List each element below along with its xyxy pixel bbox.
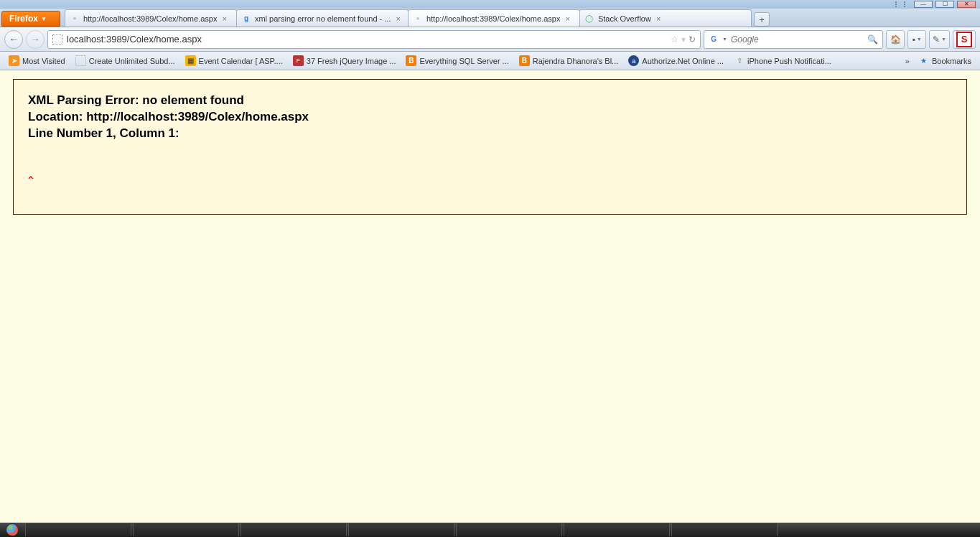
windows-orb-icon	[6, 523, 19, 536]
minimize-button[interactable]: —	[914, 1, 933, 8]
bookmark-item[interactable]: ▦ Event Calendar [ ASP....	[181, 54, 287, 67]
error-line-2: Location: http://localhost:3989/Colex/ho…	[28, 109, 952, 126]
taskbar-item[interactable]	[456, 523, 562, 536]
new-tab-button[interactable]: +	[754, 12, 770, 27]
feed-icon: ➤	[9, 55, 19, 66]
page-icon	[75, 55, 86, 66]
calendar-icon: ▦	[185, 55, 196, 66]
error-message: XML Parsing Error: no element found Loca…	[28, 93, 952, 142]
chevron-down-icon: ▼	[41, 16, 47, 22]
tab-2[interactable]: ▫ http://localhost:3989/Colex/home.aspx …	[408, 9, 580, 27]
bookmark-label: 37 Fresh jQuery Image ...	[307, 57, 396, 65]
bookmark-item[interactable]: B Rajendra Dhanora's Bl...	[515, 54, 623, 67]
bookmark-item[interactable]: ⇪ iPhone Push Notificati...	[729, 54, 836, 67]
tab-close-icon[interactable]: ×	[564, 14, 571, 23]
star-icon: ★	[918, 55, 929, 66]
stackoverflow-icon: ◯	[584, 14, 594, 24]
firefox-menu-button[interactable]: Firefox ▼	[1, 11, 60, 27]
tab-label: Stack Overflow	[598, 14, 651, 23]
toolbar-button-s[interactable]: S	[953, 30, 976, 49]
xml-error-box: XML Parsing Error: no element found Loca…	[13, 79, 967, 215]
google-icon: g	[241, 14, 251, 24]
bookmark-label: iPhone Push Notificati...	[747, 57, 831, 65]
reload-icon[interactable]: ↻	[689, 34, 696, 45]
bookmark-label: Authorize.Net Online ...	[642, 57, 724, 65]
site-icon: F	[293, 55, 304, 66]
navigation-toolbar: ← → ☆ ▾ ↻ G ▼ 🔍 🏠 ▪▼ ✎▼ S	[0, 27, 980, 52]
push-icon: ⇪	[734, 55, 745, 66]
search-bar[interactable]: G ▼ 🔍	[704, 30, 883, 49]
blogger-icon: B	[406, 55, 416, 66]
search-icon[interactable]: 🔍	[867, 34, 878, 45]
bookmark-item[interactable]: B Everything SQL Server ...	[401, 54, 513, 67]
url-bar[interactable]: ☆ ▾ ↻	[47, 30, 701, 49]
tab-close-icon[interactable]: ×	[220, 14, 228, 23]
url-bar-controls: ☆ ▾ ↻	[671, 34, 696, 45]
page-icon: ▫	[413, 14, 423, 24]
site-favicon	[52, 34, 62, 45]
tab-bar: Firefox ▼ ▫ http://localhost:3989/Colex/…	[0, 9, 980, 27]
windows-taskbar[interactable]	[0, 523, 980, 537]
toolbar-button-2[interactable]: ✎▼	[929, 30, 950, 49]
window-titlebar: — ☐ ✕	[0, 0, 980, 9]
bookmark-item[interactable]: F 37 Fresh jQuery Image ...	[289, 54, 401, 67]
search-input[interactable]	[731, 34, 864, 45]
bookmark-item[interactable]: Create Unlimited Subd...	[71, 54, 179, 67]
bookmark-most-visited[interactable]: ➤ Most Visited	[4, 54, 70, 67]
error-caret: ^	[28, 174, 952, 185]
tab-label: xml parsing error no element found - ...	[255, 14, 391, 23]
bookmarks-menu-button[interactable]: ★ Bookmarks	[914, 54, 976, 67]
taskbar-item[interactable]	[671, 523, 778, 536]
tab-label: http://localhost:3989/Colex/home.aspx	[83, 14, 218, 23]
bookmark-label: Most Visited	[22, 57, 65, 65]
taskbar-item[interactable]	[25, 523, 131, 536]
bookmarks-menu-label: Bookmarks	[932, 57, 971, 65]
tab-1[interactable]: g xml parsing error no element found - .…	[236, 9, 409, 27]
taskbar-item[interactable]	[564, 523, 670, 536]
window-close-button[interactable]: ✕	[957, 1, 976, 8]
window-drag-handle[interactable]	[895, 1, 905, 7]
forward-button[interactable]: →	[26, 30, 45, 49]
error-line-3: Line Number 1, Column 1:	[28, 126, 952, 142]
page-content: XML Parsing Error: no element found Loca…	[0, 70, 980, 523]
bookmark-label: Rajendra Dhanora's Bl...	[533, 57, 619, 65]
bookmarks-overflow-icon[interactable]: »	[902, 57, 913, 65]
page-icon: ▫	[70, 14, 80, 24]
tab-close-icon[interactable]: ×	[655, 14, 662, 23]
taskbar-item[interactable]	[133, 523, 239, 536]
taskbar-item[interactable]	[348, 523, 454, 536]
bookmarks-toolbar: ➤ Most Visited Create Unlimited Subd... …	[0, 52, 980, 70]
tab-0[interactable]: ▫ http://localhost:3989/Colex/home.aspx …	[65, 9, 237, 27]
tab-label: http://localhost:3989/Colex/home.aspx	[426, 14, 561, 23]
taskbar-item[interactable]	[241, 523, 347, 536]
url-input[interactable]	[67, 34, 666, 45]
back-button[interactable]: ←	[4, 30, 23, 49]
tab-close-icon[interactable]: ×	[394, 14, 401, 23]
error-line-1: XML Parsing Error: no element found	[28, 93, 952, 109]
toolbar-button-1[interactable]: ▪▼	[907, 30, 926, 49]
blogger-icon: B	[519, 55, 530, 66]
maximize-button[interactable]: ☐	[935, 1, 954, 8]
home-button[interactable]: 🏠	[886, 30, 905, 49]
firefox-menu-label: Firefox	[9, 14, 38, 24]
tab-3[interactable]: ◯ Stack Overflow ×	[579, 9, 752, 27]
bookmark-label: Everything SQL Server ...	[419, 57, 508, 65]
bookmark-star-icon[interactable]: ☆	[671, 34, 678, 45]
bookmark-item[interactable]: a Authorize.Net Online ...	[624, 54, 728, 67]
google-icon: G	[709, 34, 719, 45]
authorize-icon: a	[628, 55, 639, 66]
chevron-down-icon[interactable]: ▼	[722, 37, 727, 42]
bookmark-label: Event Calendar [ ASP....	[199, 57, 283, 65]
start-button[interactable]	[0, 523, 24, 537]
bookmark-label: Create Unlimited Subd...	[89, 57, 175, 65]
